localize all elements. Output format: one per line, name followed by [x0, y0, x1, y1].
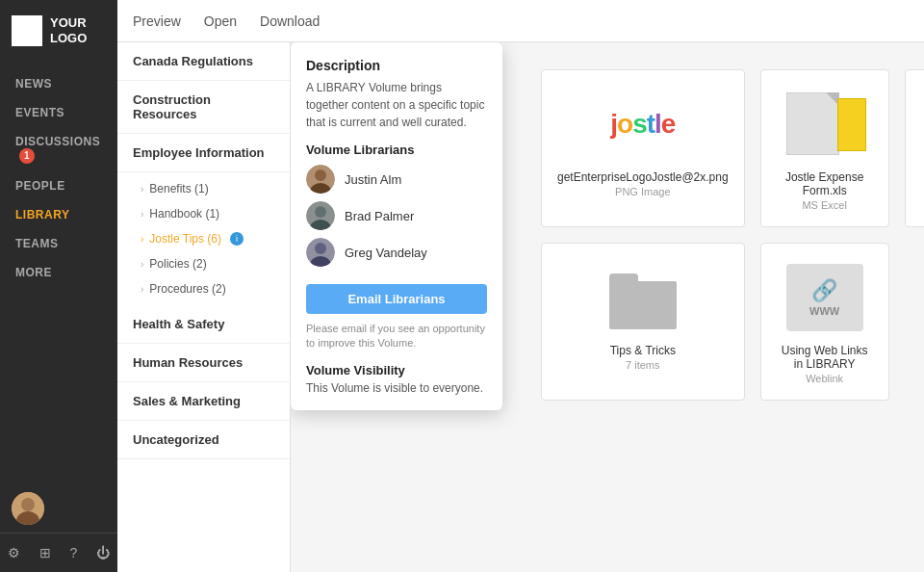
file-card-expense-xls[interactable]: Jostle Expense Form.xls MS Excel [760, 69, 889, 227]
sub-item-handbook[interactable]: › Handbook (1) [117, 201, 290, 226]
weblink-icon: 🔗 WWW [786, 264, 863, 331]
sub-item-jostle-tips[interactable]: › Jostle Tips (6) i [117, 226, 290, 251]
file-card-tips-folder[interactable]: Tips & Tricks 7 items [541, 243, 745, 401]
librarian-1: Justin Alm [306, 165, 487, 194]
jostle-logo-image: jostle [610, 109, 675, 140]
file-card-tour-mp4[interactable]: Jostle Quick Tour.mp4 MP4 Video [905, 69, 924, 227]
link-chain-icon: 🔗 [811, 278, 837, 303]
second-sidebar: Canada Regulations Construction Resource… [117, 42, 291, 572]
file-name-tips-folder: Tips & Tricks [610, 344, 676, 357]
popup-librarians-title: Volume Librarians [306, 143, 487, 157]
content-main: Description A LIBRARY Volume brings toge… [291, 42, 924, 572]
content: Canada Regulations Construction Resource… [117, 42, 924, 572]
sidebar: YOUR LOGO NEWS EVENTS DISCUSSIONS 1 PEOP… [0, 0, 117, 572]
librarian-3-name: Greg Vandelay [345, 246, 427, 260]
sidebar-construction-resources[interactable]: Construction Resources [117, 81, 290, 134]
file-name-jostle-png: getEnterpriseLogoJostle@2x.png [557, 170, 729, 184]
sliders-icon[interactable]: ⊞ [39, 545, 51, 560]
file-name-tour-mp4: Jostle Quick Tour.mp4 [921, 170, 924, 197]
avatar-image [12, 492, 44, 525]
sidebar-canada-regulations[interactable]: Canada Regulations [117, 42, 290, 81]
topbar-preview[interactable]: Preview [133, 10, 181, 33]
sidebar-item-news[interactable]: NEWS [0, 69, 117, 98]
file-thumb-expense-xls [777, 86, 873, 163]
sidebar-uncategorized[interactable]: Uncategorized [117, 421, 290, 459]
sidebar-item-events[interactable]: EVENTS [0, 98, 117, 127]
info-popup: Description A LIBRARY Volume brings toge… [291, 42, 502, 410]
popup-visibility-text: This Volume is visible to everyone. [306, 381, 487, 395]
sidebar-item-people[interactable]: PEOPLE [0, 171, 117, 200]
sidebar-human-resources[interactable]: Human Resources [117, 344, 290, 382]
file-thumb-tips-folder [595, 259, 691, 336]
avatar[interactable] [12, 492, 44, 525]
excel-yellow-strip [837, 98, 866, 151]
main: Preview Open Download Canada Regulations… [117, 0, 924, 572]
file-thumb-tour-mp4 [921, 86, 924, 163]
librarian-2: Brad Palmer [306, 201, 487, 230]
sub-item-benefits[interactable]: › Benefits (1) [117, 176, 290, 201]
chevron-icon: › [141, 184, 143, 195]
file-thumb-weblinks: 🔗 WWW [777, 259, 873, 336]
chevron-icon: › [141, 284, 143, 295]
www-text: WWW [809, 305, 839, 317]
logo-text: YOUR LOGO [50, 15, 106, 45]
excel-body [786, 92, 839, 155]
sidebar-employee-information[interactable]: Employee Information [117, 134, 290, 172]
sidebar-item-teams[interactable]: TEAMS [0, 229, 117, 258]
sidebar-nav: NEWS EVENTS DISCUSSIONS 1 PEOPLE LIBRARY… [0, 62, 117, 484]
svg-point-15 [315, 243, 326, 254]
logo-box [12, 15, 42, 46]
file-card-weblinks[interactable]: 🔗 WWW Using Web Links in LIBRARY Weblink [760, 243, 889, 401]
svg-point-1 [21, 498, 35, 511]
power-icon[interactable]: ⏻ [96, 545, 110, 560]
file-name-weblinks: Using Web Links in LIBRARY [777, 344, 873, 371]
folder-icon [604, 264, 681, 331]
settings-icon[interactable]: ⚙ [8, 545, 20, 560]
popup-note: Please email if you see an opportunity t… [306, 322, 487, 351]
librarian-2-avatar [306, 201, 335, 230]
chevron-icon: › [141, 209, 143, 220]
logo-area: YOUR LOGO [0, 0, 117, 62]
librarian-3-avatar [306, 238, 335, 267]
librarian-1-avatar [306, 165, 335, 194]
file-name-expense-xls: Jostle Expense Form.xls [777, 170, 873, 197]
file-type-weblinks: Weblink [806, 373, 843, 384]
sidebar-item-discussions[interactable]: DISCUSSIONS 1 [0, 127, 117, 171]
discussions-badge: 1 [19, 148, 35, 164]
file-grid: jostle getEnterpriseLogoJostle@2x.png PN… [541, 62, 924, 401]
sidebar-sales-marketing[interactable]: Sales & Marketing [117, 382, 290, 421]
excel-icon [782, 91, 868, 158]
chevron-icon: › [141, 259, 143, 270]
file-type-expense-xls: MS Excel [802, 199, 846, 211]
info-badge: i [230, 232, 244, 246]
sidebar-footer: ⚙ ⊞ ? ⏻ [0, 533, 117, 572]
topbar: Preview Open Download [117, 0, 924, 42]
sidebar-item-library[interactable]: LIBRARY [0, 200, 117, 229]
help-icon[interactable]: ? [69, 545, 77, 560]
folder-body [609, 281, 677, 329]
topbar-open[interactable]: Open [204, 10, 237, 33]
file-thumb-jostle-png: jostle [595, 86, 691, 163]
file-type-jostle-png: PNG Image [615, 186, 670, 197]
file-type-tips-folder: 7 items [626, 359, 659, 371]
popup-visibility-title: Volume Visibility [306, 363, 487, 377]
librarian-3: Greg Vandelay [306, 238, 487, 267]
sub-item-policies[interactable]: › Policies (2) [117, 251, 290, 276]
topbar-download[interactable]: Download [260, 10, 320, 33]
librarian-1-name: Justin Alm [345, 172, 401, 187]
sub-item-procedures[interactable]: › Procedures (2) [117, 276, 290, 301]
sidebar-health-safety[interactable]: Health & Safety [117, 305, 290, 344]
sidebar-item-more[interactable]: MORE [0, 258, 117, 287]
file-card-jostle-png[interactable]: jostle getEnterpriseLogoJostle@2x.png PN… [541, 69, 745, 227]
librarian-2-name: Brad Palmer [345, 209, 414, 223]
chevron-icon: › [141, 234, 143, 245]
popup-description-text: A LIBRARY Volume brings together content… [306, 79, 487, 131]
file-grid-container: jostle getEnterpriseLogoJostle@2x.png PN… [541, 62, 924, 401]
svg-point-9 [315, 169, 326, 181]
email-librarians-button[interactable]: Email Librarians [306, 284, 487, 314]
employee-sub-items: › Benefits (1) › Handbook (1) › Jostle T… [117, 172, 290, 305]
popup-description-title: Description [306, 58, 487, 73]
svg-point-12 [315, 206, 326, 218]
